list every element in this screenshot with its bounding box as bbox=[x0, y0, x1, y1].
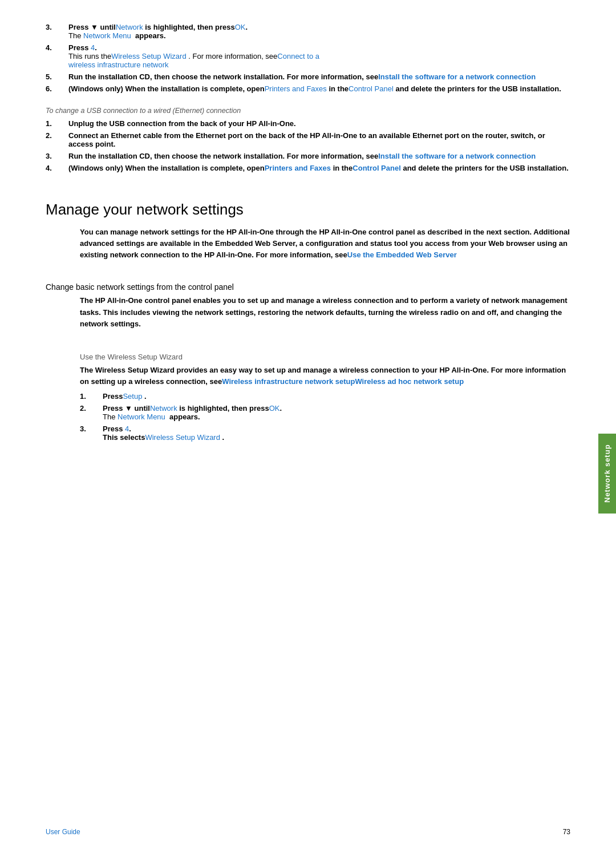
change-basic-heading: Change basic network settings from the c… bbox=[46, 282, 570, 292]
list-item: 1. PressSetup . bbox=[80, 392, 570, 401]
item3-text2: is highlighted, then press bbox=[143, 23, 235, 31]
list-content: Press ▼ untilNetwork is highlighted, the… bbox=[103, 404, 570, 421]
manage-heading: Manage your network settings bbox=[46, 201, 570, 219]
list-content: Unplug the USB connection from the back … bbox=[68, 119, 570, 128]
wizard-item3-sub: This selectsWireless Setup Wizard . bbox=[103, 433, 224, 442]
wireless-infra-link[interactable]: Wireless infrastructure network setup bbox=[222, 377, 355, 386]
item5-text: Run the installation CD, then choose the… bbox=[68, 72, 536, 81]
footer-user-guide: User Guide bbox=[46, 828, 80, 836]
wizard-item3-press: Press bbox=[103, 425, 125, 433]
list-num: 3. bbox=[80, 425, 103, 442]
list-item: 3. Press ▼ untilNetwork is highlighted, … bbox=[46, 23, 570, 40]
wizard-section: Use the Wireless Setup Wizard The Wirele… bbox=[80, 353, 570, 442]
list-content: Run the installation CD, then choose the… bbox=[68, 152, 570, 160]
embedded-web-server-link[interactable]: Use the Embedded Web Server bbox=[347, 250, 457, 259]
install-software-link1[interactable]: Install the software for a network conne… bbox=[378, 72, 536, 81]
wireless-adhoc-link[interactable]: Wireless ad hoc network setup bbox=[355, 377, 464, 386]
install-software-link2[interactable]: Install the software for a network conne… bbox=[378, 152, 536, 160]
item3-text3: . bbox=[246, 23, 248, 31]
wireless-wizard-link2[interactable]: Wireless Setup Wizard bbox=[145, 433, 220, 442]
wizard-item2-dot: . bbox=[280, 404, 282, 413]
network-menu-link2[interactable]: Network Menu bbox=[117, 413, 165, 421]
list-content: (Windows only) When the installation is … bbox=[68, 164, 570, 172]
list-content: Press 4. This runs theWireless Setup Wiz… bbox=[68, 43, 570, 69]
connect-wireless-link[interactable]: Connect to awireless infrastructure netw… bbox=[68, 52, 319, 69]
list-content: PressSetup . bbox=[103, 392, 570, 401]
printers-faxes-link1[interactable]: Printers and Faxes bbox=[265, 84, 327, 93]
list-num: 6. bbox=[46, 84, 68, 93]
list-num: 2. bbox=[46, 131, 68, 148]
wizard-item1-dot: . bbox=[142, 392, 146, 401]
wizard-item2-sub: The Network Menu appears. bbox=[103, 413, 200, 421]
manage-intro: You can manage network settings for the … bbox=[80, 227, 570, 261]
footer: User Guide 73 bbox=[46, 828, 570, 836]
manage-intro-block: You can manage network settings for the … bbox=[80, 227, 570, 261]
item3-sub: The Network Menu appears. bbox=[68, 31, 166, 40]
list-content: Run the installation CD, then choose the… bbox=[68, 72, 570, 81]
ok-link2[interactable]: OK bbox=[269, 404, 280, 413]
list-num: 2. bbox=[80, 404, 103, 421]
change-basic-text: The HP All-in-One control panel enables … bbox=[80, 295, 570, 329]
list-content: (Windows only) When the installation is … bbox=[68, 84, 570, 93]
list-num: 4. bbox=[46, 43, 68, 69]
item6-end: and delete the printers for the USB inst… bbox=[394, 84, 561, 93]
wizard-label: Use the Wireless Setup Wizard bbox=[80, 353, 570, 361]
wizard-item3-dot: . bbox=[129, 425, 131, 433]
network-link[interactable]: Network bbox=[116, 23, 143, 31]
sidebar-tab: Network setup bbox=[598, 434, 616, 514]
item4-press: Press bbox=[68, 43, 91, 52]
change-basic-block: The HP All-in-One control panel enables … bbox=[80, 295, 570, 329]
page-container: 3. Press ▼ untilNetwork is highlighted, … bbox=[0, 0, 616, 853]
list-item: 2. Press ▼ untilNetwork is highlighted, … bbox=[80, 404, 570, 421]
item3-text: Press ▼ until bbox=[68, 23, 116, 31]
list-content: Press ▼ untilNetwork is highlighted, the… bbox=[68, 23, 570, 40]
wizard-item1-press: Press bbox=[103, 392, 123, 401]
list-num: 4. bbox=[46, 164, 68, 172]
usb-section: To change a USB connection to a wired (E… bbox=[46, 107, 570, 172]
list-num: 1. bbox=[80, 392, 103, 401]
list-item: 3. Run the installation CD, then choose … bbox=[46, 152, 570, 160]
usb-label: To change a USB connection to a wired (E… bbox=[46, 107, 570, 115]
list-num: 1. bbox=[46, 119, 68, 128]
wireless-wizard-link[interactable]: Wireless Setup Wizard bbox=[111, 52, 186, 60]
list-item: 4. Press 4. This runs theWireless Setup … bbox=[46, 43, 570, 69]
ok-link[interactable]: OK bbox=[235, 23, 246, 31]
list-item: 1. Unplug the USB connection from the ba… bbox=[46, 119, 570, 128]
item6-mid: in the bbox=[327, 84, 348, 93]
control-panel-link2[interactable]: Control Panel bbox=[352, 164, 401, 172]
setup-link[interactable]: Setup bbox=[123, 392, 142, 401]
wizard-intro: The Wireless Setup Wizard provides an ea… bbox=[80, 365, 570, 387]
footer-page-number: 73 bbox=[563, 828, 570, 836]
network-menu-link[interactable]: Network Menu bbox=[83, 31, 131, 40]
section-continuation: 3. Press ▼ untilNetwork is highlighted, … bbox=[46, 23, 570, 93]
item4-dot: . bbox=[95, 43, 97, 52]
list-item: 6. (Windows only) When the installation … bbox=[46, 84, 570, 93]
wizard-item2-text: Press ▼ until bbox=[103, 404, 150, 413]
item4-sub: This runs theWireless Setup Wizard . For… bbox=[68, 52, 319, 69]
network-link2[interactable]: Network bbox=[150, 404, 177, 413]
list-item: 5. Run the installation CD, then choose … bbox=[46, 72, 570, 81]
control-panel-link1[interactable]: Control Panel bbox=[348, 84, 394, 93]
list-content: Press 4. This selectsWireless Setup Wiza… bbox=[103, 425, 570, 442]
list-item: 2. Connect an Ethernet cable from the Et… bbox=[46, 131, 570, 148]
wizard-item2-text2: is highlighted, then press bbox=[177, 404, 269, 413]
list-item: 4. (Windows only) When the installation … bbox=[46, 164, 570, 172]
list-num: 5. bbox=[46, 72, 68, 81]
list-item: 3. Press 4. This selectsWireless Setup W… bbox=[80, 425, 570, 442]
item6-text: (Windows only) When the installation is … bbox=[68, 84, 265, 93]
list-content: Connect an Ethernet cable from the Ether… bbox=[68, 131, 570, 148]
list-num: 3. bbox=[46, 23, 68, 40]
printers-faxes-link2[interactable]: Printers and Faxes bbox=[265, 164, 331, 172]
list-num: 3. bbox=[46, 152, 68, 160]
